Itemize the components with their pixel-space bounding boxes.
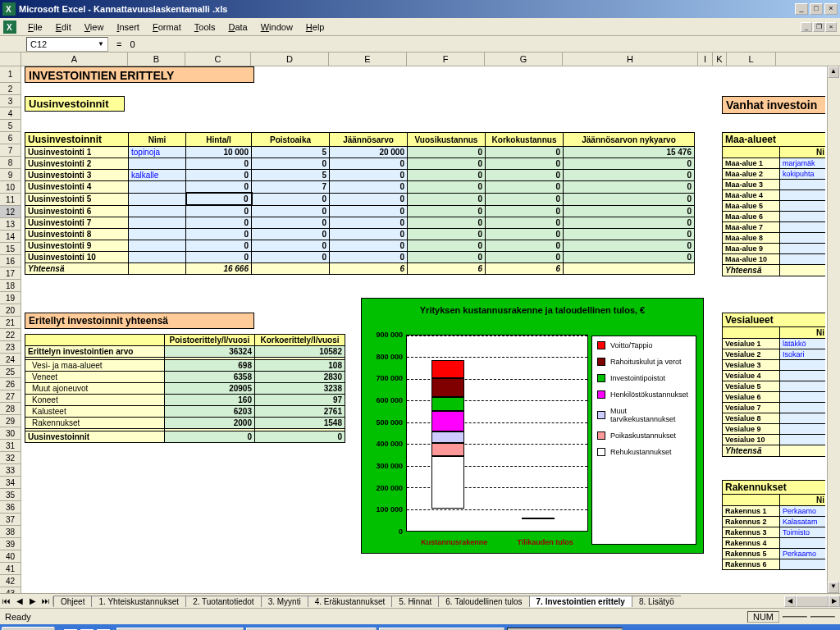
table-row[interactable]: Kalusteet62032761 (25, 406, 345, 418)
table-row[interactable]: Vesialue 2Isokari (723, 349, 826, 360)
row-header-12[interactable]: 12 (0, 206, 21, 218)
table-row[interactable]: Vesialue 5 (723, 381, 826, 392)
table-row[interactable]: Rakennus 6 (723, 559, 826, 570)
sheet-tab[interactable]: 8. Lisätyö (632, 596, 681, 607)
row-header-29[interactable]: 29 (0, 415, 21, 427)
row-header-41[interactable]: 41 (0, 563, 21, 575)
doc-restore-button[interactable]: ❐ (813, 22, 824, 32)
sheet-tab[interactable]: 5. Hinnat (391, 596, 439, 607)
menu-help[interactable]: Help (299, 21, 331, 34)
vertical-scrollbar[interactable]: ▲ ▼ (827, 66, 840, 593)
table-row[interactable]: Koneet16097 (25, 395, 345, 406)
table-row[interactable]: Maa-alue 9 (723, 244, 826, 254)
table-row[interactable]: Uusinvestointi 9000000 (25, 240, 695, 252)
row-header-27[interactable]: 27 (0, 390, 21, 403)
scroll-up-icon[interactable]: ▲ (828, 66, 839, 78)
row-header-34[interactable]: 34 (0, 477, 21, 489)
menu-format[interactable]: Format (146, 21, 188, 34)
table-row[interactable]: Maa-alue 8 (723, 233, 826, 244)
menu-file[interactable]: File (21, 21, 49, 34)
col-header-I[interactable]: I (698, 52, 713, 66)
row-header-40[interactable]: 40 (0, 550, 21, 563)
col-header-H[interactable]: H (563, 52, 698, 66)
row-header-36[interactable]: 36 (0, 501, 21, 514)
close-button[interactable]: × (824, 3, 838, 15)
menu-tools[interactable]: Tools (188, 21, 222, 34)
table-row[interactable]: Maa-alue 5 (723, 201, 826, 212)
row-header-25[interactable]: 25 (0, 366, 21, 378)
table-row[interactable]: Vesialue 1lätäkkö (723, 339, 826, 349)
row-header-26[interactable]: 26 (0, 378, 21, 390)
table-row[interactable]: Vesialue 4 (723, 371, 826, 381)
col-header-G[interactable]: G (485, 52, 563, 66)
sheet-tab[interactable]: 6. Taloudellinen tulos (438, 596, 529, 607)
sheet-tab[interactable]: 1. Yhteiskustannukset (91, 596, 186, 607)
table-row[interactable]: Uusinvestointi 5000000 (25, 193, 695, 205)
table-row[interactable]: Veneet63582830 (25, 372, 345, 383)
row-header-2[interactable]: 2 (0, 83, 21, 95)
table-row[interactable]: Uusinvestointi 10000000 (25, 252, 695, 263)
menu-insert[interactable]: Insert (110, 21, 146, 34)
row-header-39[interactable]: 39 (0, 538, 21, 550)
row-header-42[interactable]: 42 (0, 575, 21, 587)
table-row[interactable]: Vesialue 3 (723, 360, 826, 371)
table-row[interactable]: Uusinvestointi 3kalkalle050000 (25, 170, 695, 181)
row-header-31[interactable]: 31 (0, 440, 21, 452)
row-header-11[interactable]: 11 (0, 194, 21, 206)
row-header-23[interactable]: 23 (0, 341, 21, 354)
row-header-32[interactable]: 32 (0, 452, 21, 464)
row-header-6[interactable]: 6 (0, 132, 21, 144)
row-header-5[interactable]: 5 (0, 120, 21, 132)
table-row[interactable]: Vesialue 8 (723, 413, 826, 424)
row-header-35[interactable]: 35 (0, 489, 21, 501)
menu-data[interactable]: Data (221, 21, 253, 34)
table-row[interactable]: Vesi- ja maa-alueet698108 (25, 360, 345, 372)
row-header-17[interactable]: 17 (0, 267, 21, 280)
col-header-K[interactable]: K (713, 52, 727, 66)
table-row[interactable]: Rakennus 5Perkaamo (723, 549, 826, 559)
table-row[interactable]: Uusinvestointi 4070000 (25, 181, 695, 194)
col-header-A[interactable]: A (21, 52, 128, 66)
table-row[interactable]: Maa-alue 3 (723, 180, 826, 190)
col-header-E[interactable]: E (329, 52, 407, 66)
row-header-24[interactable]: 24 (0, 354, 21, 366)
tab-nav-first-icon[interactable]: ⏮ (0, 596, 13, 605)
row-header-13[interactable]: 13 (0, 218, 21, 231)
select-all-corner[interactable] (0, 52, 21, 66)
start-button[interactable]: Start (2, 627, 55, 630)
table-row[interactable]: Maa-alue 7 (723, 222, 826, 233)
sheet-tab[interactable]: 7. Investointien erittely (529, 596, 632, 607)
row-header-28[interactable]: 28 (0, 403, 21, 415)
sheet-tab[interactable]: Ohjeet (53, 596, 92, 607)
row-header-19[interactable]: 19 (0, 292, 21, 304)
row-header-18[interactable]: 18 (0, 280, 21, 292)
table-row[interactable]: Rakennus 1Perkaamo (723, 506, 826, 517)
table-row[interactable]: Rakennus 4 (723, 538, 826, 549)
menu-view[interactable]: View (78, 21, 111, 34)
table-row[interactable]: Maa-alue 1marjamäk (723, 158, 826, 169)
table-row[interactable]: Maa-alue 4 (723, 190, 826, 201)
table-row[interactable]: Uusinvestointi 8000000 (25, 229, 695, 240)
menu-edit[interactable]: Edit (49, 21, 78, 34)
minimize-button[interactable]: _ (795, 3, 808, 15)
table-row[interactable]: Maa-alue 2kokipuhta (723, 169, 826, 180)
tab-nav-last-icon[interactable]: ⏭ (39, 596, 52, 605)
doc-close-button[interactable]: × (825, 22, 837, 32)
row-header-38[interactable]: 38 (0, 526, 21, 538)
row-header-21[interactable]: 21 (0, 317, 21, 329)
tab-nav-next-icon[interactable]: ▶ (26, 596, 39, 605)
table-row[interactable]: Muut ajoneuvot209053238 (25, 383, 345, 395)
row-header-30[interactable]: 30 (0, 427, 21, 440)
hscroll-right-icon[interactable]: ▶ (829, 596, 840, 607)
row-header-20[interactable]: 20 (0, 304, 21, 317)
table-row[interactable]: Vesialue 6 (723, 392, 826, 403)
row-header-7[interactable]: 7 (0, 144, 21, 157)
row-header-43[interactable]: 43 (0, 587, 21, 593)
horizontal-scrollbar[interactable]: ◀ ▶ (784, 596, 840, 607)
sheet-tab[interactable]: 3. Myynti (261, 596, 308, 607)
sheet-tab[interactable]: 2. Tuotantotiedot (185, 596, 262, 607)
row-header-9[interactable]: 9 (0, 169, 21, 181)
row-header-16[interactable]: 16 (0, 255, 21, 267)
table-row[interactable]: Uusinvestointi 1topinoja10 000520 000001… (25, 147, 695, 158)
table-row[interactable]: Uusinvestointi 6000000 (25, 205, 695, 217)
